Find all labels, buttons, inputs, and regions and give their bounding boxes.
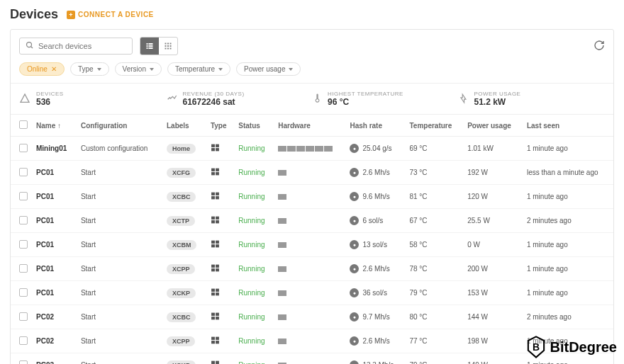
col-labels[interactable]: Labels [162,115,206,137]
cell-status: Running [234,329,274,353]
row-checkbox[interactable] [19,240,28,249]
coin-icon: ● [350,240,359,249]
col-name[interactable]: Name ↑ [32,115,77,137]
label-pill[interactable]: Home [167,144,196,154]
table-row[interactable]: PC02 Start XCKP Running ●13.3 Mh/s 79 °C… [11,353,613,365]
cell-config: Start [77,329,162,353]
cell-temp: 67 °C [405,209,463,233]
col-type[interactable]: Type [206,115,234,137]
table-row[interactable]: PC01 Start XCPP Running ●2.6 Mh/s 78 °C … [11,257,613,281]
label-pill[interactable]: XCBC [167,312,196,322]
cell-power: 149 W [463,353,523,365]
select-all-checkbox[interactable] [19,120,28,129]
svg-rect-39 [216,265,219,268]
stat-power-value: 51.2 kW [474,97,521,107]
cell-temp: 79 °C [405,353,463,365]
svg-rect-27 [216,193,219,195]
label-pill[interactable]: XCKP [167,288,196,298]
table-row[interactable]: PC02 Start XCPP Running ●2.6 Mh/s 77 °C … [11,329,613,353]
row-checkbox[interactable] [19,216,28,224]
svg-rect-37 [216,244,219,247]
hardware-bars [278,194,286,200]
label-pill[interactable]: XCKP [167,360,196,365]
filter-chip-power[interactable]: Power usage [236,62,301,76]
cell-config: Start [77,257,162,281]
svg-rect-15 [167,48,169,50]
cell-status: Running [234,161,274,185]
col-hash[interactable]: Hash rate [345,115,405,137]
filter-chip-version[interactable]: Version [115,62,162,76]
table-row[interactable]: PC01 Start XCBM Running ●13 sol/s 58 °C … [11,233,613,257]
col-power[interactable]: Power usage [463,115,523,137]
svg-rect-53 [216,341,219,343]
col-temp[interactable]: Temperature [405,115,463,137]
row-checkbox[interactable] [19,336,28,345]
label-pill[interactable]: XCTP [167,216,195,226]
table-row[interactable]: PC01 Start XCKP Running ●36 sol/s 79 °C … [11,281,613,305]
row-checkbox[interactable] [19,360,28,365]
col-hardware[interactable]: Hardware [274,115,345,137]
col-status[interactable]: Status [234,115,274,137]
label-pill[interactable]: XCFG [167,168,196,178]
close-icon[interactable]: ✕ [51,65,57,73]
list-view-button[interactable] [140,38,159,55]
watermark-text: BitDegree [550,339,617,356]
cell-hash: ●36 sol/s [350,288,401,297]
svg-rect-21 [216,148,219,151]
cell-name: PC02 [32,305,77,329]
stat-devices-label: DEVICES [36,91,64,97]
cell-temp: 78 °C [405,257,463,281]
coin-icon: ● [350,288,359,297]
svg-rect-49 [216,317,219,319]
cell-config: Start [77,161,162,185]
table-row[interactable]: PC01 Start XCBC Running ●9.6 Mh/s 81 °C … [11,185,613,209]
coin-icon: ● [350,360,359,364]
row-checkbox[interactable] [19,264,28,273]
label-pill[interactable]: XCBM [167,240,197,250]
label-pill[interactable]: XCPP [167,264,196,274]
label-pill[interactable]: XCPP [167,336,196,346]
devices-icon [19,93,30,106]
sort-asc-icon: ↑ [57,122,61,130]
row-checkbox[interactable] [19,168,28,176]
row-checkbox[interactable] [19,192,28,200]
svg-rect-35 [216,241,219,244]
table-row[interactable]: PC01 Start XCTP Running ●6 sol/s 67 °C 2… [11,209,613,233]
cell-power: 25.5 W [463,209,523,233]
svg-marker-17 [21,94,29,102]
cell-last: 1 minute ago [523,281,613,305]
svg-rect-42 [211,289,215,292]
svg-rect-13 [170,45,172,47]
search-input-wrapper[interactable] [19,38,133,55]
hardware-bars [278,339,286,344]
cell-status: Running [234,281,274,305]
filter-chip-temperature[interactable]: Temperature [167,62,230,76]
col-config[interactable]: Configuration [77,115,162,137]
refresh-icon[interactable] [594,40,605,52]
search-input[interactable] [38,42,126,50]
svg-rect-51 [216,337,219,340]
svg-rect-43 [216,289,219,292]
svg-line-1 [31,47,33,49]
filter-chip-type[interactable]: Type [70,62,109,76]
cell-last: 2 minutes ago [523,305,613,329]
cell-status: Running [234,233,274,257]
table-row[interactable]: PC02 Start XCBC Running ●9.7 Mh/s 80 °C … [11,305,613,329]
table-row[interactable]: Mining01 Custom configuration Home Runni… [11,137,613,161]
coin-icon: ● [350,216,359,225]
grid-view-button[interactable] [159,38,177,55]
svg-rect-19 [216,144,219,147]
col-last[interactable]: Last seen [523,115,613,137]
chevron-down-icon [97,68,101,71]
filter-chip-online[interactable]: Online ✕ [19,62,65,76]
table-row[interactable]: PC01 Start XCFG Running ●2.6 Mh/s 73 °C … [11,161,613,185]
row-checkbox[interactable] [19,288,28,297]
cell-status: Running [234,353,274,365]
cell-temp: 73 °C [405,161,463,185]
row-checkbox[interactable] [19,144,28,152]
row-checkbox[interactable] [19,312,28,321]
connect-device-link[interactable]: + CONNECT A DEVICE [67,11,154,19]
label-pill[interactable]: XCBC [167,192,196,202]
chevron-down-icon [218,68,223,71]
stat-temp-label: HIGHEST TEMPERATURE [328,91,403,97]
